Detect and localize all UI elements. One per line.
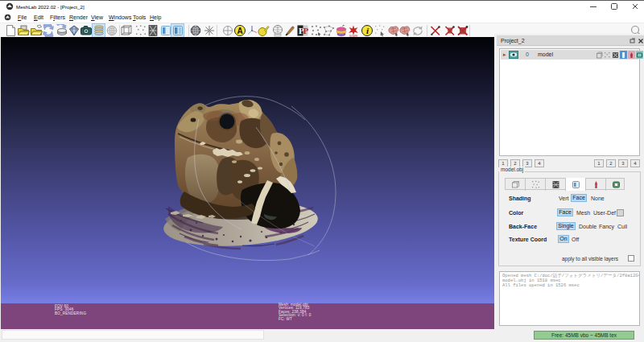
svg-text:A: A [237, 27, 242, 35]
svg-text:P: P [303, 26, 309, 35]
